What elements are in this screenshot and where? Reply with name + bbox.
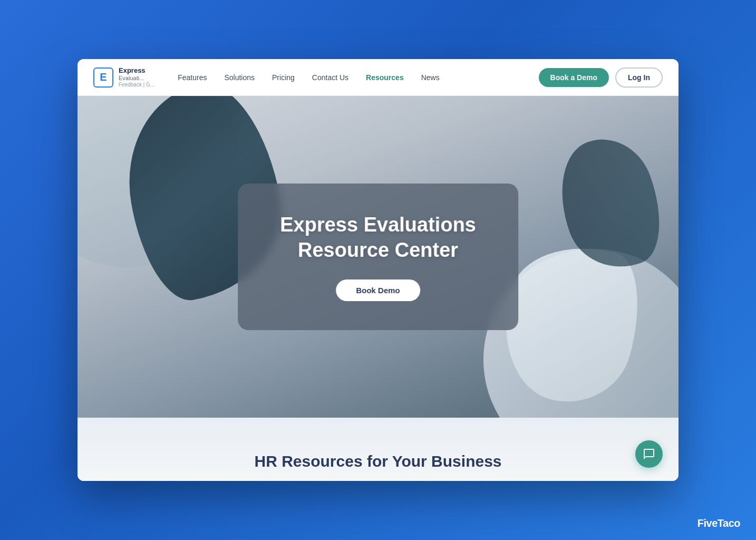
nav-actions: Book a Demo Log In <box>539 68 663 88</box>
nav-news[interactable]: News <box>414 69 447 86</box>
browser-window: E Express Evaluati... Feedback | G... Fe… <box>77 59 679 481</box>
nav-solutions[interactable]: Solutions <box>217 69 262 86</box>
lower-heading: HR Resources for Your Business <box>254 452 501 476</box>
nav-login-button[interactable]: Log In <box>615 68 663 88</box>
logo-area: E Express Evaluati... Feedback | G... <box>93 66 154 88</box>
nav-pricing[interactable]: Pricing <box>265 69 302 86</box>
hero-title: Express Evaluations Resource Center <box>280 213 476 263</box>
lower-section: HR Resources for Your Business <box>77 418 679 481</box>
nav-links: Features Solutions Pricing Contact Us Re… <box>170 69 538 86</box>
chat-button[interactable] <box>635 440 663 468</box>
nav-features[interactable]: Features <box>170 69 214 86</box>
chat-icon <box>643 448 655 460</box>
hero-card: Express Evaluations Resource Center Book… <box>238 184 518 330</box>
logo-icon: E <box>93 68 113 88</box>
logo-text: Express Evaluati... Feedback | G... <box>119 66 154 88</box>
navbar: E Express Evaluati... Feedback | G... Fe… <box>77 59 679 96</box>
hero-section: Express Evaluations Resource Center Book… <box>77 96 679 418</box>
fivetaco-brand: FiveTaco <box>697 517 740 529</box>
nav-resources[interactable]: Resources <box>358 69 411 86</box>
nav-contact[interactable]: Contact Us <box>305 69 356 86</box>
hero-book-demo-button[interactable]: Book Demo <box>336 279 420 301</box>
nav-book-demo-button[interactable]: Book a Demo <box>539 68 609 87</box>
